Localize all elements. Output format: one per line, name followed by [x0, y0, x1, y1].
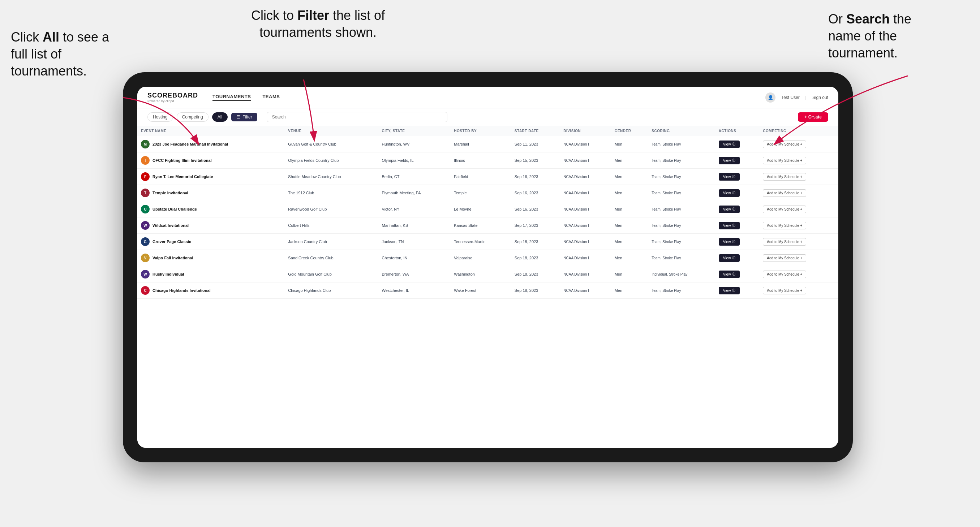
- all-tab[interactable]: All: [212, 112, 228, 122]
- competing-tab[interactable]: Competing: [177, 112, 208, 122]
- cell-gender-2: Men: [611, 169, 648, 185]
- search-box: [267, 112, 447, 122]
- event-name-1: OFCC Fighting Illini Invitational: [153, 158, 212, 162]
- view-button-9[interactable]: View ⓘ: [719, 287, 740, 294]
- cell-competing-6: Add to My Schedule +: [759, 234, 838, 250]
- event-name-7: Valpo Fall Invitational: [153, 256, 193, 260]
- add-schedule-button-0[interactable]: Add to My Schedule +: [763, 141, 806, 148]
- cell-actions-0: View ⓘ: [715, 136, 759, 152]
- cell-venue-8: Gold Mountain Golf Club: [285, 266, 378, 283]
- view-info-icon-9: ⓘ: [732, 288, 735, 293]
- cell-city-state-8: Bremerton, WA: [378, 266, 450, 283]
- cell-city-state-5: Manhattan, KS: [378, 217, 450, 234]
- table-header-row: EVENT NAME VENUE CITY, STATE HOSTED BY S…: [137, 126, 838, 136]
- cell-actions-5: View ⓘ: [715, 217, 759, 234]
- team-logo-7: V: [141, 254, 150, 262]
- cell-venue-1: Olympia Fields Country Club: [285, 152, 378, 169]
- cell-venue-6: Jackson Country Club: [285, 234, 378, 250]
- event-name-9: Chicago Highlands Invitational: [153, 288, 211, 292]
- event-name-2: Ryan T. Lee Memorial Collegiate: [153, 175, 213, 179]
- view-button-0[interactable]: View ⓘ: [719, 141, 740, 148]
- col-scoring: SCORING: [648, 126, 715, 136]
- add-schedule-button-2[interactable]: Add to My Schedule +: [763, 173, 806, 181]
- cell-hosted-by-4: Le Moyne: [450, 201, 511, 217]
- table-row: W Wildcat Invitational Colbert Hills Man…: [137, 217, 838, 234]
- table-row: I OFCC Fighting Illini Invitational Olym…: [137, 152, 838, 169]
- cell-scoring-4: Team, Stroke Play: [648, 201, 715, 217]
- cell-competing-7: Add to My Schedule +: [759, 250, 838, 266]
- cell-actions-3: View ⓘ: [715, 185, 759, 201]
- search-input[interactable]: [267, 112, 447, 122]
- cell-gender-8: Men: [611, 266, 648, 283]
- add-schedule-button-4[interactable]: Add to My Schedule +: [763, 206, 806, 213]
- create-button[interactable]: + Create: [798, 112, 828, 122]
- cell-gender-5: Men: [611, 217, 648, 234]
- cell-gender-6: Men: [611, 234, 648, 250]
- filter-button[interactable]: ☰ Filter: [231, 113, 257, 121]
- table-row: F Ryan T. Lee Memorial Collegiate Shuttl…: [137, 169, 838, 185]
- add-schedule-button-3[interactable]: Add to My Schedule +: [763, 189, 806, 197]
- cell-scoring-7: Team, Stroke Play: [648, 250, 715, 266]
- view-button-6[interactable]: View ⓘ: [719, 238, 740, 246]
- cell-venue-3: The 1912 Club: [285, 185, 378, 201]
- cell-venue-7: Sand Creek Country Club: [285, 250, 378, 266]
- team-logo-6: G: [141, 237, 150, 246]
- cell-event-name-2: F Ryan T. Lee Memorial Collegiate: [137, 169, 285, 185]
- nav-tournaments[interactable]: TOURNAMENTS: [213, 94, 251, 101]
- cell-start-date-0: Sep 11, 2023: [511, 136, 560, 152]
- cell-city-state-6: Jackson, TN: [378, 234, 450, 250]
- team-logo-2: F: [141, 172, 150, 181]
- view-button-5[interactable]: View ⓘ: [719, 222, 740, 229]
- cell-scoring-1: Team, Stroke Play: [648, 152, 715, 169]
- cell-venue-5: Colbert Hills: [285, 217, 378, 234]
- user-icon: 👤: [765, 92, 775, 103]
- add-schedule-button-5[interactable]: Add to My Schedule +: [763, 222, 806, 229]
- signout-link[interactable]: Sign out: [812, 95, 828, 100]
- view-info-icon-1: ⓘ: [732, 158, 735, 163]
- add-schedule-button-6[interactable]: Add to My Schedule +: [763, 238, 806, 246]
- cell-competing-5: Add to My Schedule +: [759, 217, 838, 234]
- cell-scoring-9: Team, Stroke Play: [648, 283, 715, 299]
- cell-start-date-5: Sep 17, 2023: [511, 217, 560, 234]
- event-name-0: 2023 Joe Feaganes Marshall Invitational: [153, 142, 228, 146]
- view-button-7[interactable]: View ⓘ: [719, 254, 740, 262]
- team-logo-8: W: [141, 270, 150, 278]
- table-row: W Husky Individual Gold Mountain Golf Cl…: [137, 266, 838, 283]
- view-button-3[interactable]: View ⓘ: [719, 189, 740, 197]
- add-schedule-button-9[interactable]: Add to My Schedule +: [763, 287, 806, 294]
- cell-gender-7: Men: [611, 250, 648, 266]
- cell-hosted-by-5: Kansas State: [450, 217, 511, 234]
- nav-teams[interactable]: TEAMS: [262, 94, 280, 101]
- nav-separator: |: [805, 95, 807, 100]
- add-schedule-button-7[interactable]: Add to My Schedule +: [763, 254, 806, 262]
- cell-actions-6: View ⓘ: [715, 234, 759, 250]
- view-info-icon-8: ⓘ: [732, 272, 735, 277]
- cell-venue-2: Shuttle Meadow Country Club: [285, 169, 378, 185]
- view-button-8[interactable]: View ⓘ: [719, 271, 740, 278]
- cell-event-name-6: G Grover Page Classic: [137, 234, 285, 250]
- view-info-icon-5: ⓘ: [732, 223, 735, 228]
- view-info-icon-0: ⓘ: [732, 142, 735, 147]
- cell-division-8: NCAA Division I: [560, 266, 611, 283]
- tournaments-table: EVENT NAME VENUE CITY, STATE HOSTED BY S…: [137, 126, 838, 299]
- cell-actions-1: View ⓘ: [715, 152, 759, 169]
- cell-gender-1: Men: [611, 152, 648, 169]
- logo-sub: Powered by clippd: [148, 99, 198, 103]
- cell-city-state-2: Berlin, CT: [378, 169, 450, 185]
- event-name-3: Temple Invitational: [153, 191, 188, 195]
- col-venue: VENUE: [285, 126, 378, 136]
- cell-hosted-by-6: Tennessee-Martin: [450, 234, 511, 250]
- cell-event-name-4: U Upstate Dual Challenge: [137, 201, 285, 217]
- hosting-tab[interactable]: Hosting: [148, 112, 173, 122]
- table-row: M 2023 Joe Feaganes Marshall Invitationa…: [137, 136, 838, 152]
- cell-hosted-by-8: Washington: [450, 266, 511, 283]
- add-schedule-button-8[interactable]: Add to My Schedule +: [763, 271, 806, 278]
- view-button-4[interactable]: View ⓘ: [719, 206, 740, 213]
- col-division: DIVISION: [560, 126, 611, 136]
- add-schedule-button-1[interactable]: Add to My Schedule +: [763, 157, 806, 164]
- cell-event-name-9: C Chicago Highlands Invitational: [137, 283, 285, 299]
- event-name-4: Upstate Dual Challenge: [153, 207, 197, 211]
- view-button-1[interactable]: View ⓘ: [719, 157, 740, 164]
- cell-start-date-3: Sep 16, 2023: [511, 185, 560, 201]
- view-button-2[interactable]: View ⓘ: [719, 173, 740, 181]
